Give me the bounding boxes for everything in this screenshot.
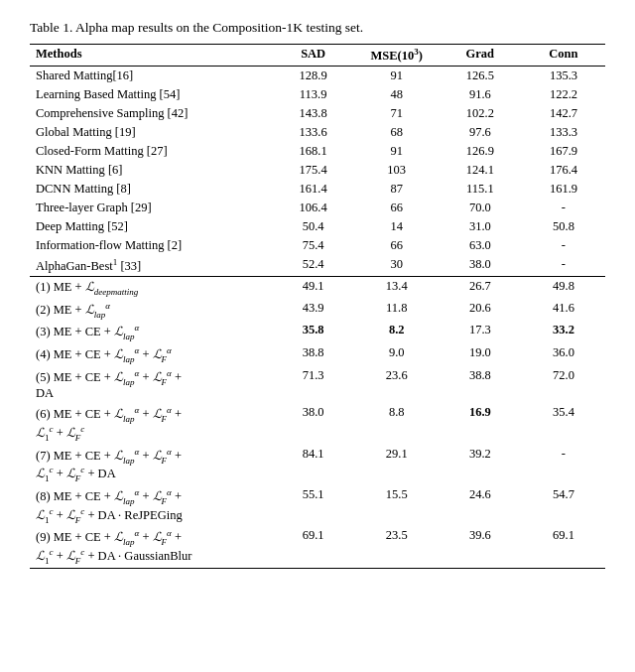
table-row: (7) ME + CE + ℒlapα + ℒFα +ℒ1c + ℒFc + D… [30, 445, 605, 485]
sad-cell: 175.4 [272, 161, 355, 180]
table-row: (3) ME + CE + ℒlapα 35.8 8.2 17.3 33.2 [30, 321, 605, 343]
method-cell: DCNN Matting [8] [30, 180, 272, 199]
conn-cell: - [522, 255, 605, 277]
table-row: Comprehensive Sampling [42] 143.8 71 102… [30, 104, 605, 123]
mse-cell: 91 [355, 67, 439, 86]
results-table: Methods SAD MSE(103) Grad Conn Shared Ma… [30, 44, 605, 569]
table-row: (8) ME + CE + ℒlapα + ℒFα +ℒ1c + ℒFc + D… [30, 485, 605, 526]
method-cell: Global Matting [19] [30, 123, 272, 142]
sad-cell: 71.3 [272, 366, 355, 404]
grad-cell: 126.9 [439, 142, 522, 161]
conn-cell: 69.1 [522, 526, 605, 568]
sad-cell: 168.1 [272, 142, 355, 161]
mse-cell: 14 [355, 217, 439, 236]
grad-cell: 115.1 [439, 180, 522, 199]
method-cell: Three-layer Graph [29] [30, 199, 272, 217]
sad-cell: 143.8 [272, 104, 355, 123]
sad-cell: 55.1 [272, 485, 355, 526]
conn-cell: 161.9 [522, 180, 605, 199]
col-header-grad: Grad [439, 45, 522, 67]
grad-cell: 102.2 [439, 104, 522, 123]
method-cell: (4) ME + CE + ℒlapα + ℒFα [30, 343, 272, 366]
grad-cell: 39.6 [439, 526, 522, 568]
table-header-row: Methods SAD MSE(103) Grad Conn [30, 45, 605, 67]
mse-cell: 66 [355, 236, 439, 255]
sad-cell: 38.8 [272, 343, 355, 366]
mse-cell: 23.6 [355, 366, 439, 404]
table-row: (2) ME + ℒlapα 43.9 11.8 20.6 41.6 [30, 299, 605, 322]
mse-cell: 9.0 [355, 343, 439, 366]
sad-cell: 50.4 [272, 217, 355, 236]
conn-cell: 41.6 [522, 299, 605, 322]
method-cell: (3) ME + CE + ℒlapα [30, 321, 272, 343]
grad-cell: 63.0 [439, 236, 522, 255]
sad-cell: 35.8 [272, 321, 355, 343]
grad-cell: 19.0 [439, 343, 522, 366]
col-header-methods: Methods [30, 45, 272, 67]
method-cell: Closed-Form Matting [27] [30, 142, 272, 161]
col-header-sad: SAD [272, 45, 355, 67]
grad-cell: 38.0 [439, 255, 522, 277]
col-header-conn: Conn [522, 45, 605, 67]
conn-cell: 176.4 [522, 161, 605, 180]
conn-cell: 54.7 [522, 485, 605, 526]
table-row: Deep Matting [52] 50.4 14 31.0 50.8 [30, 217, 605, 236]
method-cell: (5) ME + CE + ℒlapα + ℒFα +DA [30, 366, 272, 404]
sad-cell: 75.4 [272, 236, 355, 255]
table-row: AlphaGan-Best1 [33] 52.4 30 38.0 - [30, 255, 605, 277]
conn-cell: 135.3 [522, 67, 605, 86]
grad-cell: 20.6 [439, 299, 522, 322]
conn-cell: 133.3 [522, 123, 605, 142]
table-row: (9) ME + CE + ℒlapα + ℒFα +ℒ1c + ℒFc + D… [30, 526, 605, 568]
table-row: (4) ME + CE + ℒlapα + ℒFα 38.8 9.0 19.0 … [30, 343, 605, 366]
mse-cell: 71 [355, 104, 439, 123]
mse-cell: 15.5 [355, 485, 439, 526]
method-cell: Deep Matting [52] [30, 217, 272, 236]
grad-cell: 91.6 [439, 85, 522, 104]
method-cell: Information-flow Matting [2] [30, 236, 272, 255]
method-cell: (9) ME + CE + ℒlapα + ℒFα +ℒ1c + ℒFc + D… [30, 526, 272, 568]
conn-cell: - [522, 236, 605, 255]
table-row: DCNN Matting [8] 161.4 87 115.1 161.9 [30, 180, 605, 199]
sad-cell: 133.6 [272, 123, 355, 142]
method-cell: (7) ME + CE + ℒlapα + ℒFα +ℒ1c + ℒFc + D… [30, 445, 272, 485]
method-cell: Learning Based Matting [54] [30, 85, 272, 104]
conn-cell: 167.9 [522, 142, 605, 161]
mse-cell: 13.4 [355, 277, 439, 299]
grad-cell: 16.9 [439, 403, 522, 444]
col-header-mse: MSE(103) [355, 45, 439, 67]
sad-cell: 106.4 [272, 199, 355, 217]
mse-cell: 91 [355, 142, 439, 161]
mse-cell: 66 [355, 199, 439, 217]
conn-cell: 122.2 [522, 85, 605, 104]
mse-cell: 8.2 [355, 321, 439, 343]
mse-cell: 23.5 [355, 526, 439, 568]
grad-cell: 17.3 [439, 321, 522, 343]
table-title: Table 1. Alpha map results on the Compos… [30, 20, 605, 36]
method-cell: (2) ME + ℒlapα [30, 299, 272, 322]
method-cell: AlphaGan-Best1 [33] [30, 255, 272, 277]
sad-cell: 113.9 [272, 85, 355, 104]
sad-cell: 84.1 [272, 445, 355, 485]
grad-cell: 38.8 [439, 366, 522, 404]
conn-cell: 35.4 [522, 403, 605, 444]
conn-cell: - [522, 199, 605, 217]
table-row: (6) ME + CE + ℒlapα + ℒFα +ℒ1c + ℒFc 38.… [30, 403, 605, 444]
table-row: (1) ME + ℒdeepmatting 49.1 13.4 26.7 49.… [30, 277, 605, 299]
conn-cell: - [522, 445, 605, 485]
grad-cell: 24.6 [439, 485, 522, 526]
sad-cell: 128.9 [272, 67, 355, 86]
table-row: Global Matting [19] 133.6 68 97.6 133.3 [30, 123, 605, 142]
grad-cell: 70.0 [439, 199, 522, 217]
table-row: Learning Based Matting [54] 113.9 48 91.… [30, 85, 605, 104]
conn-cell: 36.0 [522, 343, 605, 366]
grad-cell: 26.7 [439, 277, 522, 299]
conn-cell: 33.2 [522, 321, 605, 343]
method-cell: Shared Matting[16] [30, 67, 272, 86]
mse-cell: 8.8 [355, 403, 439, 444]
table-row: KNN Matting [6] 175.4 103 124.1 176.4 [30, 161, 605, 180]
method-cell: KNN Matting [6] [30, 161, 272, 180]
conn-cell: 49.8 [522, 277, 605, 299]
conn-cell: 50.8 [522, 217, 605, 236]
grad-cell: 31.0 [439, 217, 522, 236]
